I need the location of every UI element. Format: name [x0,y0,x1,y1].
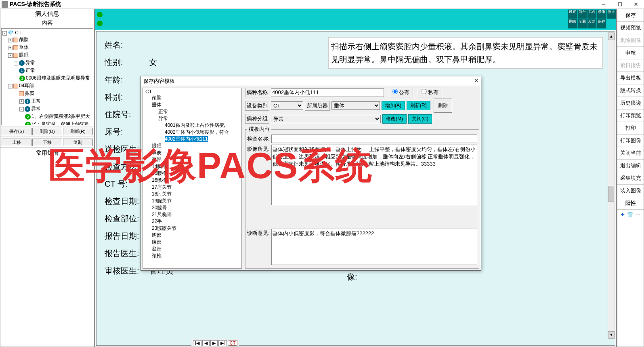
right-btn-6[interactable]: 版式转换 [617,84,644,97]
right-btn-13[interactable]: 采集填充 [617,172,644,185]
organ-select[interactable]: 垂体 [331,101,380,110]
tool-icon[interactable]: ⋯ [635,211,641,218]
toolbar-icon[interactable]: 全删 [577,19,587,29]
tree-up-button[interactable]: 上移 [2,139,31,146]
device-type-label: 设备类别 [245,101,269,111]
dialog-tree-item: 颈椎 [144,252,241,259]
dialog-tree-item: CT [144,89,241,95]
right-btn-3[interactable]: 申核 [617,47,644,59]
dialog-tree-item: 21尺桡骨 [144,211,241,218]
toolbar-icon[interactable]: 发送 [587,19,597,29]
right-btn-4[interactable]: 紧日报告 [617,59,644,72]
right-btn-11[interactable]: 关闭当前 [617,147,644,160]
toolbar-icon[interactable]: 保存 [597,19,606,29]
minimize-button[interactable]: ─ [596,0,612,9]
tree-item-label[interactable]: 正常 [31,98,41,104]
toolbar-icon-grid: 设置前台后台录像停止删除全删发送保存 [568,9,616,29]
close-button[interactable]: ✕ [628,0,644,9]
tab-nav-first[interactable]: |◀ [193,340,201,346]
dialog-tree-item: 盆部 [144,246,241,252]
dialog-tree-item: 正常 [144,108,241,115]
toolbar-icon[interactable]: 停止 [606,9,616,19]
tab-nav-prev[interactable]: ◀ [202,340,210,346]
field-value: 女 [149,57,157,68]
toolbar-nav-icon[interactable] [97,21,103,26]
dialog-tree-item: 异常 [144,115,241,122]
right-btn-10[interactable]: 打印图像 [617,135,644,147]
tree-item-label[interactable]: 异常 [25,60,35,65]
tree-item-label[interactable]: 张：鼻窦炎，双侧上颌窦积 [31,121,90,125]
report-scrollbar[interactable]: ▲ ▼ [608,32,615,339]
right-btn-1[interactable]: 视频预览 [617,22,644,34]
positive-button[interactable]: 阳性 [617,197,644,210]
tree-item-label[interactable]: 1、右侧筛窦积液2鼻甲肥大 [31,114,90,119]
tree-down-button[interactable]: 下移 [32,139,62,146]
toolbar-icon[interactable]: 录像 [597,9,606,19]
right-toolbar: 保存视频预览删除图像申核紧日报告导出模板版式转换历史痕迹打印预览打印打印图像关闭… [616,9,644,347]
dialog-tree-item: 4002垂体内小低密度影，符合 [144,129,241,136]
dialog-close-button[interactable]: ✕ [474,78,478,84]
template-content-legend: 模板内容 [247,126,271,133]
maximize-button[interactable]: ☐ [612,0,628,9]
organ-label: 所属脏器 [305,101,330,111]
scroll-down-icon[interactable]: ▼ [608,331,615,339]
field-label: 姓名: [105,40,149,50]
findings-text[interactable]: 扫描示右侧上颌窦窦腔内少量积液。其余副鼻窦未见明显异常。窦壁骨质未见明显异常。鼻… [328,37,603,69]
bottom-tabs[interactable]: |◀ ◀ ▶ ▶| CT [191,339,239,347]
tool-icon[interactable]: 👕 [627,211,634,218]
modify-button[interactable]: 修改(M) [382,114,407,124]
private-radio[interactable]: 私有 [418,88,442,97]
disease-group-label: 病种分组 [245,114,269,124]
tree-item-label[interactable]: 颅脑 [19,37,29,42]
right-btn-9[interactable]: 打印 [617,122,644,135]
dialog-tree[interactable]: CT颅脑垂体正常异常4001鞍内及鞍上占位性病变,4002垂体内小低密度影，符合… [143,88,242,269]
tree-item-label[interactable]: 垂体 [19,44,29,50]
right-btn-5[interactable]: 导出模板 [617,72,644,84]
toolbar-icon[interactable]: 设置 [568,9,577,19]
right-btn-12[interactable]: 退出编辑 [617,160,644,172]
right-btn-2[interactable]: 删除图像 [617,34,644,47]
main-toolbar: 设置前台后台录像停止删除全删发送保存 [95,9,616,30]
refresh-button[interactable]: 刷新(R) [407,101,430,110]
tab-nav-last[interactable]: ▶| [218,340,227,346]
right-btn-7[interactable]: 历史痕迹 [617,97,644,109]
tree-delete-button[interactable]: 删除(D) [32,128,62,135]
toolbar-icon[interactable]: 前台 [577,9,587,19]
exam-name-label: 检查名称: [247,135,271,143]
tree-item-label[interactable]: 04耳部 [19,83,34,88]
right-btn-0[interactable]: 保存 [617,9,644,22]
tree-item-label[interactable]: 眼眶 [19,52,29,58]
tree-save-button[interactable]: 保存(S) [2,128,31,135]
findings-textarea[interactable] [271,145,477,205]
dialog-tree-item: 颈部 [144,156,241,163]
close-dialog-button[interactable]: 关闭(C) [408,114,432,124]
disease-group-select[interactable]: 异常 [271,115,381,123]
public-radio[interactable]: 公有 [389,88,413,97]
tab-nav-next[interactable]: ▶ [210,340,218,346]
tree-item-label[interactable]: 异常 [31,106,41,111]
dialog-tree-item: 19腕关节 [144,198,241,204]
exam-name-textarea[interactable] [271,135,477,143]
diagnosis-textarea[interactable] [271,229,477,265]
scroll-thumb[interactable] [608,186,614,202]
right-btn-8[interactable]: 打印预览 [617,109,644,122]
right-btn-14[interactable]: 装入图像 [617,185,644,197]
tree-item-label[interactable]: 鼻窦 [25,90,34,96]
dialog-tree-item: 4002垂体内小低111 [144,136,241,143]
add-button[interactable]: 增加(A) [382,101,405,110]
tree-item-label[interactable]: 正常 [25,67,35,73]
disease-name-input[interactable] [271,88,384,97]
delete-button[interactable]: 删除 [434,99,452,113]
tab-ct[interactable]: CT [228,340,238,346]
toolbar-icon[interactable]: 后台 [587,9,597,19]
tree-item-label[interactable]: 0006眼球及眼眶未见明显异常 [26,75,90,81]
tree-copy-button[interactable]: 复制 [63,139,93,146]
scroll-up-icon[interactable]: ▲ [608,33,615,40]
device-type-select[interactable]: CT [271,101,303,110]
tree-refresh-button[interactable]: 刷新(R) [63,128,93,135]
toolbar-nav-icon[interactable] [97,12,103,17]
dialog-tree-item: 20髋骨 [144,204,241,211]
template-tree[interactable]: -💎 CT+颅脑+垂体-眼眶+1异常-1正常20006眼球及眼眶未见明显异常-0… [1,28,93,125]
tool-icon[interactable]: ✦ [620,211,625,218]
toolbar-icon[interactable]: 删除 [568,19,577,29]
